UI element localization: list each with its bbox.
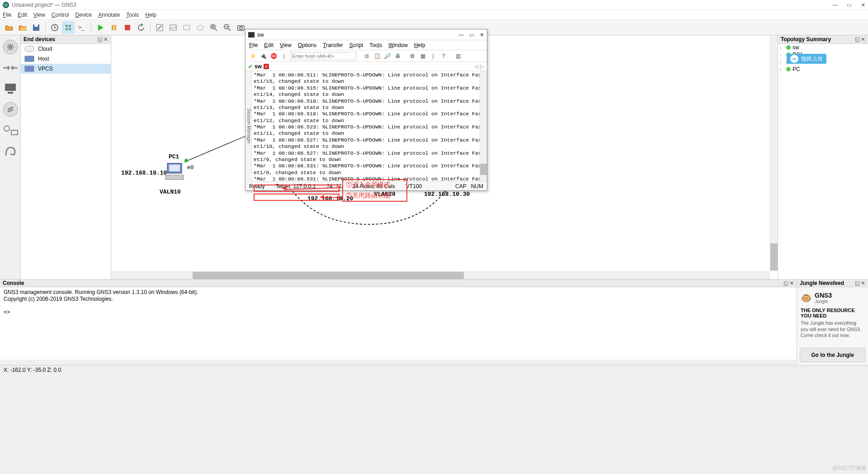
console-panel-header: Console ◱✕ xyxy=(0,280,797,287)
svg-rect-10 xyxy=(125,25,130,30)
jungle-logo-icon: 🐵 xyxy=(801,293,812,303)
paste-button[interactable]: 📋 xyxy=(373,52,382,61)
reconnect-button[interactable]: 🔌 xyxy=(259,52,268,61)
console-undock-button[interactable]: ◱ xyxy=(783,280,788,286)
console-output[interactable]: GNS3 management console. Running GNS3 ve… xyxy=(0,287,797,360)
svg-rect-1 xyxy=(34,24,38,27)
term-menu-window[interactable]: Window xyxy=(388,42,408,48)
disconnect-button[interactable]: ⛔ xyxy=(269,52,278,61)
note-button[interactable] xyxy=(153,21,166,34)
rectangle-button[interactable] xyxy=(180,21,193,34)
toggle-pane-button[interactable]: ▥ xyxy=(453,52,462,61)
new-project-button[interactable] xyxy=(3,21,15,34)
zoom-in-button[interactable] xyxy=(208,21,220,34)
stop-all-button[interactable] xyxy=(121,21,134,34)
menu-view[interactable]: View xyxy=(33,12,45,18)
reload-all-button[interactable] xyxy=(135,21,147,34)
start-all-button[interactable] xyxy=(94,21,107,34)
session-opts-button[interactable]: ▦ xyxy=(418,52,427,61)
save-project-button[interactable] xyxy=(30,21,42,34)
show-labels-button[interactable] xyxy=(62,21,75,34)
menu-file[interactable]: File xyxy=(3,12,11,18)
copy-button[interactable]: ⧉ xyxy=(362,52,371,61)
panel-close-button[interactable]: ✕ xyxy=(104,36,108,43)
host-input[interactable] xyxy=(290,52,357,60)
terminal-minimize-button[interactable]: — xyxy=(458,32,464,38)
terminal-output[interactable]: *Mar 1 00:00:06.511: %LINEPROTO-5-UPDOWN… xyxy=(252,71,480,181)
term-menu-transfer[interactable]: Transfer xyxy=(323,42,343,48)
security-devices-button[interactable] xyxy=(1,100,19,118)
console-close-button[interactable]: ✕ xyxy=(789,280,794,286)
panel-undock-button[interactable]: ◱ xyxy=(98,36,103,43)
snapshot-button[interactable] xyxy=(48,21,61,34)
term-menu-edit[interactable]: Edit xyxy=(264,42,274,48)
device-vpcs[interactable]: VPCS xyxy=(21,64,111,74)
topology-item-sw[interactable]: ›sw xyxy=(778,44,868,51)
jungle-brand: GNS3 xyxy=(815,292,832,299)
jungle-body-text: The Jungle has everything you will ever … xyxy=(801,320,864,339)
app-titlebar: Unsaved project* — GNS3 — ▭ ✕ xyxy=(0,0,868,10)
device-cloud[interactable]: Cloud xyxy=(21,44,111,54)
term-menu-tools[interactable]: Tools xyxy=(369,42,382,48)
switches-button[interactable] xyxy=(1,59,19,77)
menu-edit[interactable]: Edit xyxy=(18,12,27,18)
svg-rect-26 xyxy=(169,165,180,171)
pc1-label: PC1 xyxy=(169,153,179,160)
topology-undock-button[interactable]: ◱ xyxy=(855,36,860,43)
zoom-out-button[interactable] xyxy=(221,21,234,34)
find-button[interactable]: 🔎 xyxy=(383,52,392,61)
jungle-close-button[interactable]: ✕ xyxy=(861,280,865,286)
end-devices-button[interactable] xyxy=(1,80,19,98)
pause-all-button[interactable] xyxy=(108,21,120,34)
pc1-vlan-label: VALN10 xyxy=(160,189,181,195)
term-menu-help[interactable]: Help xyxy=(414,42,425,48)
tab-next-button[interactable]: ▷ xyxy=(480,63,484,70)
topology-item-pc3[interactable]: ›PC xyxy=(778,66,868,73)
session-manager-tab[interactable]: Session Manager xyxy=(245,71,252,181)
options-button[interactable]: ✿ xyxy=(408,52,417,61)
menu-control[interactable]: Control xyxy=(52,12,69,18)
term-menu-view[interactable]: View xyxy=(280,42,292,48)
svg-point-22 xyxy=(3,102,18,117)
minimize-button[interactable]: — xyxy=(832,2,838,8)
menu-device[interactable]: Device xyxy=(75,12,92,18)
quick-connect-button[interactable]: ⚡ xyxy=(248,52,257,61)
tab-prev-button[interactable]: ◁ xyxy=(474,63,478,70)
jungle-undock-button[interactable]: ◱ xyxy=(855,280,860,286)
terminal-close-button[interactable]: ✕ xyxy=(480,32,484,38)
terminal-window[interactable]: sw — ▭ ✕ File Edit View Options Transfer… xyxy=(245,29,487,191)
open-project-button[interactable] xyxy=(16,21,29,34)
term-menu-file[interactable]: File xyxy=(249,42,258,48)
image-button[interactable] xyxy=(167,21,179,34)
ellipse-button[interactable] xyxy=(194,21,207,34)
cloud-icon: ∞ xyxy=(790,55,798,63)
term-menu-script[interactable]: Script xyxy=(349,42,363,48)
terminal-titlebar[interactable]: sw — ▭ ✕ xyxy=(245,29,487,40)
status-bar: X: -162.0 Y: -35.0 Z: 0.0 xyxy=(0,365,868,374)
console-all-button[interactable]: >_ xyxy=(75,21,88,34)
canvas-scrollbar-horizontal[interactable] xyxy=(111,271,770,279)
menu-help[interactable]: Help xyxy=(145,12,156,18)
device-host[interactable]: Host xyxy=(21,54,111,64)
tab-close-button[interactable]: × xyxy=(264,64,269,69)
terminal-scrollbar[interactable] xyxy=(480,71,487,181)
menu-tools[interactable]: Tools xyxy=(126,12,139,18)
terminal-maximize-button[interactable]: ▭ xyxy=(469,32,474,38)
terminal-tab-sw[interactable]: ✔sw× xyxy=(248,63,269,70)
menu-annotate[interactable]: Annotate xyxy=(98,12,120,18)
go-to-jungle-button[interactable]: Go to the Jungle xyxy=(800,348,865,362)
help-button[interactable]: ? xyxy=(439,52,448,61)
print-button[interactable]: 🖶 xyxy=(393,52,402,61)
svg-point-29 xyxy=(184,159,188,162)
canvas-scrollbar-vertical[interactable] xyxy=(770,35,778,271)
topology-close-button[interactable]: ✕ xyxy=(861,36,865,43)
close-button[interactable]: ✕ xyxy=(861,2,865,8)
svg-rect-24 xyxy=(11,130,18,135)
routers-button[interactable] xyxy=(1,38,19,56)
upload-badge[interactable]: ∞ 指挥上传 xyxy=(787,54,826,64)
link-button[interactable] xyxy=(1,142,19,160)
maximize-button[interactable]: ▭ xyxy=(847,2,852,8)
term-menu-options[interactable]: Options xyxy=(298,42,316,48)
highlight-button[interactable]: ❘ xyxy=(429,52,438,61)
all-devices-button[interactable] xyxy=(1,121,19,139)
